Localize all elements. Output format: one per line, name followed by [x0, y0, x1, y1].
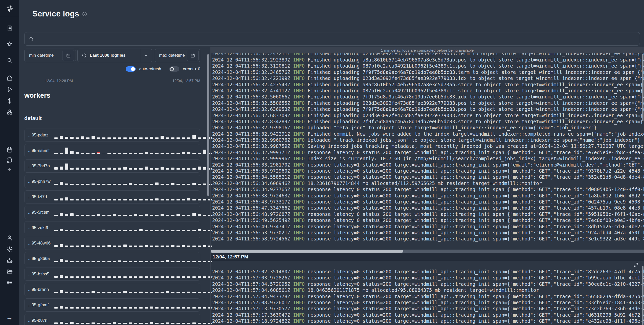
worker-row[interactable]: ...95-5rcsm — [24, 206, 200, 219]
search-nav-icon[interactable] — [0, 55, 19, 65]
flows-icon[interactable] — [0, 155, 19, 166]
favorites-icon[interactable] — [0, 39, 19, 49]
section1-vertical-scrollbar[interactable] — [642, 54, 643, 121]
worker-activity-sparkline — [54, 314, 212, 325]
log-line: 2024-12-04T11:56:32.996076Z INFO Uploade… — [212, 137, 644, 143]
worker-row[interactable]: ...95-48w66 — [24, 237, 200, 250]
log-line: 2024-12-04T11:56:47.334766Z INFO respons… — [212, 205, 644, 211]
log-line: 2024-12-04T11:57:04.947378Z INFO respons… — [212, 293, 644, 299]
log-line: 2024-12-04T11:56:32.939816Z INFO Uploade… — [212, 125, 644, 131]
log-line: 2024-12-04T11:56:32.427543Z INFO Finishe… — [212, 82, 644, 88]
worker-name: ...95-b87rl — [28, 318, 54, 323]
worker-row[interactable]: ...95-ns5mf — [24, 144, 200, 157]
search-bar[interactable] — [24, 32, 640, 46]
home-icon[interactable] — [0, 73, 19, 83]
sidebar-divider — [0, 68, 19, 68]
worker-row[interactable]: ...95-brhnn — [24, 283, 200, 296]
log-line: 2024-12-04T11:56:32.346576Z INFO Finishe… — [212, 69, 644, 75]
section2-vertical-scrollbar[interactable] — [642, 266, 643, 325]
worker-activity-sparkline — [54, 283, 212, 296]
info-icon[interactable] — [82, 9, 87, 18]
user-icon[interactable] — [0, 233, 19, 243]
spend-icon[interactable] — [0, 96, 19, 106]
folders-icon[interactable] — [0, 267, 19, 277]
settings-icon[interactable] — [0, 244, 19, 254]
log-line: 2024-12-04T11:57:02.351480Z INFO respons… — [212, 269, 644, 275]
log-line: 2024-12-04T11:57:08.972601Z INFO respons… — [212, 299, 644, 306]
date-range-row: 12/04, 12:28 PM 12/04, 12:57 PM — [24, 78, 200, 83]
add-icon[interactable]: + — [0, 165, 19, 175]
worker-row[interactable]: ...95-b87rl — [24, 314, 200, 325]
worker-activity-sparkline — [54, 191, 212, 203]
auto-refresh-label: auto-refresh — [139, 67, 161, 71]
horizontal-scrollbar-thumb[interactable] — [211, 250, 403, 253]
logfiles-dropdown-button[interactable] — [140, 49, 152, 62]
worker-name: ...95-phh7w — [28, 179, 54, 184]
list-icon[interactable] — [0, 277, 19, 288]
log-line: 2024-12-04T11:57:18.972482Z INFO respons… — [212, 318, 644, 324]
worker-group-heading: default — [24, 115, 42, 121]
clipped-log-line: 2024-12-04T11:56:32.247211Z INFO Finishe… — [212, 53, 644, 57]
expand-button[interactable] — [633, 262, 638, 268]
workspace-icon[interactable] — [0, 23, 19, 33]
range-start: 12/04, 12:28 PM — [45, 78, 73, 83]
log-section-1: 2024-12-04T11:56:32.247211Z INFO Finishe… — [211, 53, 644, 250]
worker-name: ...95-bzbs5 — [28, 272, 54, 277]
log-section-2-header: 12/04, 12:57 PM — [211, 253, 644, 261]
worker-row[interactable]: ...95-bzbs5 — [24, 268, 200, 281]
log-line: 2024-12-04T11:56:32.683709Z INFO Finishe… — [212, 112, 644, 118]
errors-toggle[interactable] — [169, 66, 179, 72]
log-line: 2024-12-04T11:56:32.506066Z INFO Finishe… — [212, 94, 644, 100]
chevron-down-icon — [144, 53, 148, 58]
range-end: 12/04, 12:57 PM — [172, 78, 200, 83]
log-line: 2024-12-04T11:57:17.363047Z INFO respons… — [212, 312, 644, 318]
worker-name: ...95-zqkt9 — [28, 225, 54, 230]
worker-row[interactable]: ...95-zqkt9 — [24, 221, 200, 234]
auto-refresh-toggle[interactable] — [126, 66, 136, 72]
horizontal-scrollbar-track[interactable] — [211, 250, 644, 253]
workers-heading: workers — [24, 92, 51, 99]
log-line: 2024-12-04T11:56:34.606946Z INFO 18.2361… — [212, 180, 644, 186]
log-lines-2: 2024-12-04T11:57:02.351480Z INFO respons… — [212, 269, 644, 324]
worker-name: ...95-48w66 — [28, 241, 54, 246]
toggle-row: auto-refresh errors > 0 — [24, 66, 200, 72]
schedules-icon[interactable] — [0, 145, 19, 155]
log-line: 2024-12-04T11:56:32.942291Z INFO Finishe… — [212, 131, 644, 137]
log-line: 2024-12-04T11:56:53.973021Z INFO respons… — [212, 230, 644, 236]
worker-row[interactable]: ...95-phh7w — [24, 175, 200, 188]
left-panel-scrollbar[interactable] — [207, 54, 209, 196]
logfiles-select[interactable]: Last 1000 logfiles — [77, 49, 152, 62]
resources-icon[interactable] — [0, 107, 19, 117]
worker-name: ...95-tzl7d — [28, 194, 54, 199]
max-datetime-input[interactable]: max datetime — [155, 49, 200, 62]
worker-row[interactable]: ...95-pdtnz — [24, 129, 200, 142]
log-line: 2024-12-04T11:56:32.834289Z INFO Finishe… — [212, 118, 644, 125]
worker-activity-sparkline — [54, 206, 212, 219]
log-line: 2024-12-04T11:56:32.636953Z INFO Finishe… — [212, 106, 644, 112]
min-datetime-input[interactable]: min datetime — [24, 49, 76, 62]
log-pane: 1 min delay: logs are compacted before b… — [210, 47, 644, 325]
max-datetime-calendar-button[interactable] — [187, 50, 199, 61]
expand-sidebar-icon[interactable]: → — [0, 312, 19, 322]
worker-activity-sparkline — [54, 268, 212, 280]
worker-row[interactable]: ...95-g8665 — [24, 252, 200, 265]
page-title: Service logs — [32, 9, 87, 18]
worker-name: ...95-5rcsm — [28, 210, 54, 215]
log-line: 2024-12-04T11:56:34.558521Z INFO respons… — [212, 174, 644, 180]
runs-icon[interactable] — [0, 84, 19, 94]
windmill-logo[interactable] — [0, 0, 19, 17]
log-line: 2024-12-04T11:56:43.973317Z INFO respons… — [212, 199, 644, 205]
worker-name: ...95-ns5mf — [28, 148, 54, 153]
worker-row[interactable]: ...95-7hd7n — [24, 159, 200, 173]
worker-activity-sparkline — [54, 252, 212, 265]
worker-row[interactable]: ...95-gfbmf — [24, 298, 200, 312]
min-datetime-calendar-button[interactable] — [62, 50, 74, 61]
log-line: 2024-12-04T11:56:32.422399Z INFO Finishe… — [212, 75, 644, 81]
worker-name: ...95-pdtnz — [28, 133, 54, 138]
worker-activity-sparkline — [54, 221, 212, 234]
worker-row[interactable]: ...95-tzl7d — [24, 190, 200, 204]
log-line: 2024-12-04T11:56:32.292389Z INFO Finishe… — [212, 57, 644, 63]
robot-icon[interactable] — [0, 256, 19, 266]
icon-sidebar: + → — [0, 0, 19, 325]
search-input[interactable] — [37, 36, 636, 42]
